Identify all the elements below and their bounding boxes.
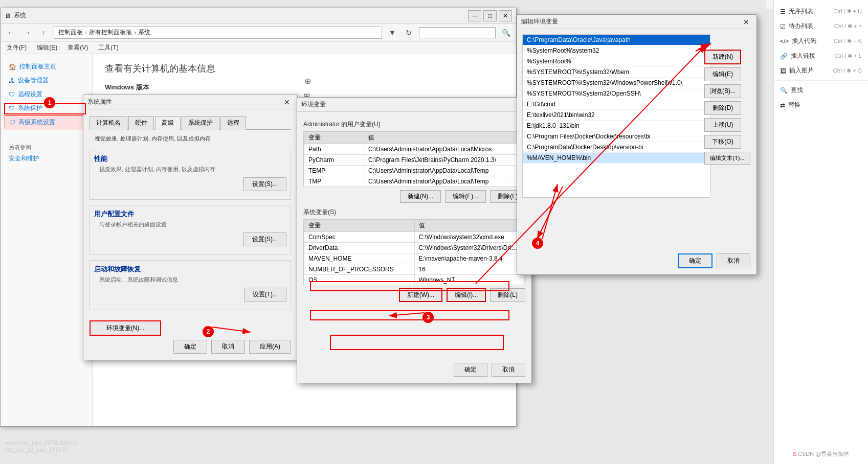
sysprops-title: 系统属性 [87, 98, 112, 106]
todo-icon: ☑ [780, 23, 786, 30]
sys-vars-row[interactable]: NUMBER_OF_PROCESSORS16 [304, 264, 525, 275]
editenv-edit-btn[interactable]: 编辑(E) [704, 67, 741, 81]
maximize-button[interactable]: □ [483, 10, 497, 21]
edit-env-list-item[interactable]: %SYSTEMROOT%\System32\WindowsPowerShell\… [523, 78, 710, 88]
edit-env-list-item[interactable]: E:\texlive\2021\bin\win32 [523, 110, 710, 121]
minimize-button[interactable]: ─ [468, 10, 481, 21]
edit-env-list-item[interactable]: C:\ProgramData\Oracle\Java\javapath [523, 35, 710, 45]
sys-var-cell: ComSpec [304, 232, 415, 243]
user-vars-row[interactable]: PathC:\Users\Administrator\AppData\Local… [304, 144, 525, 155]
editenv-body: C:\ProgramData\Oracle\Java\javapath%Syst… [517, 29, 756, 203]
csdn-sidebar-insert-code[interactable]: </> 插入代码 Ctrl / ✱ + K [774, 34, 868, 49]
menu-file[interactable]: 文件(F) [5, 42, 29, 53]
user-vars-row[interactable]: TMPC:\Users\Administrator\AppData\Local\… [304, 176, 525, 187]
sysprops-startup-section: 启动和故障恢复 系统启动、系统故障和调试信息 设置(T)... [90, 260, 291, 310]
sys-col-val: 值 [414, 220, 525, 232]
envvars-cancel-btn[interactable]: 取消 [492, 363, 525, 377]
link-advanced-system[interactable]: 🛡 高级系统设置 [5, 115, 88, 129]
refresh-button[interactable]: ↻ [403, 27, 415, 39]
sys-var-cell: NUMBER_OF_PROCESSORS [304, 264, 415, 275]
user-var-cell: PyCharm [304, 155, 364, 166]
dropdown-button[interactable]: ▼ [386, 27, 398, 39]
user-edit-btn[interactable]: 编辑(E)... [445, 190, 486, 203]
edit-env-list-item[interactable]: %SYSTEMROOT%\System32\OpenSSH\ [523, 88, 710, 99]
editenv-delete-btn[interactable]: 删除(D) [704, 101, 741, 115]
forward-button[interactable]: → [21, 27, 33, 39]
user-vars-row[interactable]: TEMPC:\Users\Administrator\AppData\Local… [304, 166, 525, 176]
sysprops-apply-btn[interactable]: 应用(A) [249, 340, 291, 354]
link-security[interactable]: 安全和维护 [5, 152, 88, 165]
csdn-sidebar-unordered-list[interactable]: ☰ 无序列表 Ctrl / ✱ + U [774, 4, 868, 19]
sys-vars-row[interactable]: ComSpecC:\Windows\system32\cmd.exe [304, 232, 525, 243]
edit-env-list-item[interactable]: C:\ProgramData\DockerDesktop\version-bi [523, 142, 710, 153]
editenv-moveup-btn[interactable]: 上移(U) [704, 118, 741, 132]
csdn-sidebar-insert-image[interactable]: 🖼 插入图片 Ctrl / ✱ + G [774, 63, 868, 78]
sys-new-btn[interactable]: 新建(W)... [399, 288, 442, 302]
sys-vars-table-container[interactable]: 变量 值 ComSpecC:\Windows\system32\cmd.exeD… [303, 219, 525, 285]
link-control-panel-home[interactable]: 🏠 控制面板主页 [5, 60, 88, 73]
perf-settings-btn[interactable]: 设置(S)... [243, 177, 286, 191]
shield-icon-remote: 🛡 [9, 91, 15, 98]
tab-hardware[interactable]: 硬件 [128, 116, 154, 130]
sys-vars-row[interactable]: DriverDataC:\Windows\System32\Drivers\Dr… [304, 243, 525, 253]
edit-env-list[interactable]: C:\ProgramData\Oracle\Java\javapath%Syst… [522, 34, 710, 198]
env-vars-button[interactable]: 环境变量(N)... [90, 320, 161, 336]
editenv-titlebar: 编辑环境变量 ✕ [517, 15, 756, 29]
annotation-2: 2 [203, 326, 214, 337]
csdn-sidebar-replace[interactable]: ⇄ 替换 [774, 98, 868, 112]
tab-computername[interactable]: 计算机名 [90, 116, 127, 130]
edit-env-list-item[interactable]: E:\jdk1.8.0_131\bin [523, 121, 710, 131]
edit-env-list-item[interactable]: %SYSTEMROOT%\System32\Wbem [523, 67, 710, 78]
tab-advanced[interactable]: 高级 [155, 116, 181, 130]
editenv-new-btn[interactable]: 新建(N) [704, 50, 741, 64]
sysprops-cancel-btn[interactable]: 取消 [211, 340, 245, 354]
editenv-edittext-btn[interactable]: 编辑文本(T)... [704, 152, 750, 165]
sys-val-cell: C:\Windows\system32\cmd.exe [414, 232, 525, 243]
sys-edit-btn[interactable]: 编辑(I)... [447, 288, 486, 302]
sysprops-titlebar: 系统属性 ✕ [83, 95, 297, 109]
sys-btns-row: 新建(W)... 编辑(I)... 删除(L) [303, 288, 525, 302]
sysprops-ok-btn[interactable]: 确定 [173, 340, 207, 354]
sysprops-close-btn[interactable]: ✕ [281, 97, 293, 108]
user-vars-row[interactable]: PyCharmC:\Program Files\JetBrains\PyChar… [304, 155, 525, 166]
menu-tools[interactable]: 工具(T) [96, 42, 120, 53]
left-panel: 🏠 控制面板主页 🖧 设备管理器 🛡 远程设置 🛡 系统保护 🛡 [1, 54, 93, 426]
sys-val-cell: E:\maven\apache-maven-3.8.4 [414, 253, 525, 264]
editenv-ok-btn[interactable]: 确定 [678, 253, 713, 268]
csdn-sidebar-search[interactable]: 🔍 查找 [774, 83, 868, 98]
edit-env-list-item[interactable]: E:\Git\cmd [523, 99, 710, 110]
tab-sysprotect[interactable]: 系统保护 [182, 116, 219, 130]
up-button[interactable]: ↑ [37, 27, 50, 39]
editenv-close-btn[interactable]: ✕ [740, 16, 752, 28]
edit-env-list-item[interactable]: C:\Program Files\Docker\Docker\resources… [523, 131, 710, 142]
menu-edit[interactable]: 编辑(E) [35, 42, 59, 53]
close-button[interactable]: ✕ [499, 10, 512, 21]
address-path[interactable]: 控制面板 › 所有控制面板项 › 系统 [54, 27, 382, 39]
sys-vars-row[interactable]: OSWindows_NT [304, 275, 525, 286]
editenv-movedown-btn[interactable]: 下移(O) [704, 135, 741, 149]
user-col-var: 变量 [304, 132, 364, 144]
sysprops-userprofile-section: 用户配置文件 与登录帐户相关的桌面设置 设置(S)... [90, 205, 291, 255]
link-device-manager[interactable]: 🖧 设备管理器 [5, 74, 88, 87]
edit-env-list-item[interactable]: %MAVEN_HOME%\bin [523, 153, 710, 164]
sys-vars-row[interactable]: MAVEN_HOMEE:\maven\apache-maven-3.8.4 [304, 253, 525, 264]
tab-remote[interactable]: 远程 [220, 116, 246, 130]
editenv-cancel-btn[interactable]: 取消 [717, 253, 750, 268]
sys-vars-table: 变量 值 ComSpecC:\Windows\system32\cmd.exeD… [304, 219, 525, 285]
user-vars-table-container[interactable]: 变量 值 PathC:\Users\Administrator\AppData\… [303, 131, 525, 187]
edit-env-list-item[interactable]: %SystemRoot% [523, 56, 710, 67]
userprofile-settings-btn[interactable]: 设置(S)... [243, 233, 286, 246]
startup-settings-btn[interactable]: 设置(T)... [244, 288, 286, 301]
csdn-sidebar-insert-link[interactable]: 🔗 插入链接 Ctrl / ✱ + L [774, 49, 868, 63]
back-button[interactable]: ← [5, 27, 17, 39]
envvars-ok-btn[interactable]: 确定 [454, 363, 487, 377]
search-button[interactable]: 🔍 [500, 27, 512, 39]
menu-view[interactable]: 查看(V) [65, 42, 90, 53]
csdn-sidebar-todo-list[interactable]: ☑ 待办列表 Ctrl / ✱ + = [774, 19, 868, 34]
user-new-btn[interactable]: 新建(N)... [400, 190, 441, 203]
editenv-browse-btn[interactable]: 浏览(B)... [704, 84, 741, 98]
search-input[interactable] [419, 27, 496, 38]
sys-delete-btn[interactable]: 删除(L) [490, 288, 525, 302]
csdn-user-label: S CSDN @香菜当饭吃 [774, 450, 868, 458]
edit-env-list-item[interactable]: %SystemRoot%\system32 [523, 45, 710, 56]
